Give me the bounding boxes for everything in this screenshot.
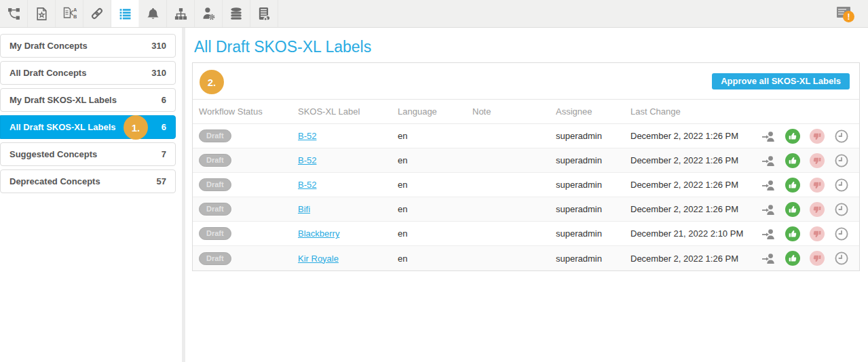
bell-icon <box>146 7 160 21</box>
sidebar-item-all-draft-skosxl-labels[interactable]: All Draft SKOS-XL Labels 1. 6 <box>0 115 176 139</box>
last-change-cell: December 2, 2022 1:26 PM <box>630 155 759 165</box>
skosxl-label-link[interactable]: B-52 <box>298 131 316 141</box>
approve-thumbs-up-icon[interactable] <box>785 153 800 168</box>
user-settings-button[interactable] <box>195 0 223 27</box>
approve-thumbs-up-icon[interactable] <box>785 129 800 144</box>
sidebar-item-count: 6 <box>162 122 166 132</box>
history-clock-icon[interactable] <box>834 129 849 144</box>
skosxl-label-link[interactable]: Blackberry <box>298 228 339 239</box>
assign-user-icon[interactable] <box>761 129 776 144</box>
reject-thumbs-down-icon[interactable] <box>810 129 825 144</box>
sidebar-item-my-draft-concepts[interactable]: My Draft Concepts 310 <box>0 34 176 58</box>
sidebar-item-count: 7 <box>162 149 166 159</box>
skosxl-label-link[interactable]: B-52 <box>298 155 316 165</box>
server-cloud-icon <box>257 6 271 21</box>
reject-thumbs-down-icon[interactable] <box>810 202 825 217</box>
svg-text:B: B <box>73 14 77 20</box>
sidebar-item-count: 310 <box>151 68 166 78</box>
link-button[interactable] <box>83 0 111 27</box>
document-star-icon <box>35 7 49 21</box>
annotation-badge-1: 1. <box>124 115 148 140</box>
relations-curve-button[interactable] <box>0 0 28 27</box>
table-row: Draft B-52 en superadmin December 2, 202… <box>193 148 859 173</box>
col-header-note: Note <box>472 106 556 117</box>
list-icon <box>118 7 132 21</box>
top-toolbar: A B <box>0 0 868 28</box>
skosxl-label-link[interactable]: B-52 <box>298 180 316 190</box>
assign-user-icon[interactable] <box>761 153 776 168</box>
approve-thumbs-up-icon[interactable] <box>785 251 800 266</box>
sidebar-item-all-draft-concepts[interactable]: All Draft Concepts 310 <box>0 61 176 85</box>
sidebar: My Draft Concepts 310 All Draft Concepts… <box>0 28 182 362</box>
row-actions <box>759 202 859 217</box>
labels-panel: 2. Approve all SKOS-XL Labels Workflow S… <box>192 62 860 271</box>
sitemap-icon <box>174 7 188 21</box>
approve-thumbs-up-icon[interactable] <box>785 202 800 217</box>
table-body: Draft B-52 en superadmin December 2, 202… <box>193 124 859 270</box>
reject-thumbs-down-icon[interactable] <box>810 226 825 241</box>
sidebar-item-my-draft-skosxl-labels[interactable]: My Draft SKOS-XL Labels 6 <box>0 88 176 112</box>
col-header-workflow-status: Workflow Status <box>193 106 298 117</box>
approve-thumbs-up-icon[interactable] <box>785 178 800 193</box>
server-cloud-button[interactable] <box>250 0 278 27</box>
table-row: Draft Blackberry en superadmin December … <box>193 222 859 246</box>
row-actions <box>759 226 859 241</box>
assign-user-icon[interactable] <box>761 202 776 217</box>
assign-user-icon[interactable] <box>761 178 776 193</box>
col-header-assignee: Assignee <box>556 106 630 117</box>
sidebar-item-deprecated-concepts[interactable]: Deprecated Concepts 57 <box>0 169 176 193</box>
reject-thumbs-down-icon[interactable] <box>810 153 825 168</box>
status-badge: Draft <box>199 129 231 142</box>
sidebar-item-label: Deprecated Concepts <box>10 176 100 186</box>
history-clock-icon[interactable] <box>834 178 849 193</box>
assignee-cell: superadmin <box>556 180 630 190</box>
sidebar-item-label: My Draft SKOS-XL Labels <box>10 95 117 105</box>
assignee-cell: superadmin <box>556 254 630 264</box>
sidebar-item-label: Suggested Concepts <box>10 149 97 159</box>
sidebar-item-suggested-concepts[interactable]: Suggested Concepts 7 <box>0 142 176 166</box>
status-badge: Draft <box>199 154 231 167</box>
sidebar-item-label: My Draft Concepts <box>10 41 88 51</box>
approve-all-button[interactable]: Approve all SKOS-XL Labels <box>712 73 850 89</box>
notification-panel-button[interactable]: ! <box>825 0 863 27</box>
history-clock-icon[interactable] <box>834 226 849 241</box>
table-row: Draft Kir Royale en superadmin December … <box>193 246 859 270</box>
document-star-button[interactable] <box>28 0 56 27</box>
history-clock-icon[interactable] <box>834 202 849 217</box>
assignee-cell: superadmin <box>556 155 630 165</box>
assignee-cell: superadmin <box>556 204 630 214</box>
reject-thumbs-down-icon[interactable] <box>810 178 825 193</box>
bell-button[interactable] <box>139 0 167 27</box>
assign-user-icon[interactable] <box>761 251 776 266</box>
row-actions <box>759 178 859 193</box>
main-content: All Draft SKOS-XL Labels 2. Approve all … <box>185 28 868 362</box>
database-button[interactable] <box>223 0 250 27</box>
skosxl-label-link[interactable]: Kir Royale <box>298 254 339 264</box>
last-change-cell: December 2, 2022 1:26 PM <box>630 131 759 141</box>
sitemap-button[interactable] <box>167 0 195 27</box>
database-icon <box>229 6 244 21</box>
table-header-row: Workflow Status SKOS-XL Label Language N… <box>193 100 859 124</box>
table-row: Draft B-52 en superadmin December 2, 202… <box>193 173 859 197</box>
document-ab-classify-icon: A B <box>62 6 77 21</box>
sidebar-item-count: 6 <box>162 95 166 105</box>
reject-thumbs-down-icon[interactable] <box>810 251 825 266</box>
last-change-cell: December 21, 2022 2:10 PM <box>630 228 759 239</box>
list-button-active[interactable] <box>111 0 139 27</box>
page-title: All Draft SKOS-XL Labels <box>194 38 860 56</box>
row-actions <box>759 251 859 266</box>
document-ab-classify-button[interactable]: A B <box>56 0 83 27</box>
assign-user-icon[interactable] <box>761 226 776 241</box>
assignee-cell: superadmin <box>556 228 630 239</box>
col-header-language: Language <box>398 106 472 117</box>
row-actions <box>759 153 859 168</box>
relations-curve-icon <box>7 7 21 21</box>
approve-thumbs-up-icon[interactable] <box>785 226 800 241</box>
toolbar-spacer <box>278 0 825 27</box>
history-clock-icon[interactable] <box>834 153 849 168</box>
language-cell: en <box>398 228 472 239</box>
skosxl-label-link[interactable]: Bifi <box>298 204 310 214</box>
history-clock-icon[interactable] <box>834 251 849 266</box>
language-cell: en <box>398 131 472 141</box>
col-header-last-change: Last Change <box>630 106 759 117</box>
